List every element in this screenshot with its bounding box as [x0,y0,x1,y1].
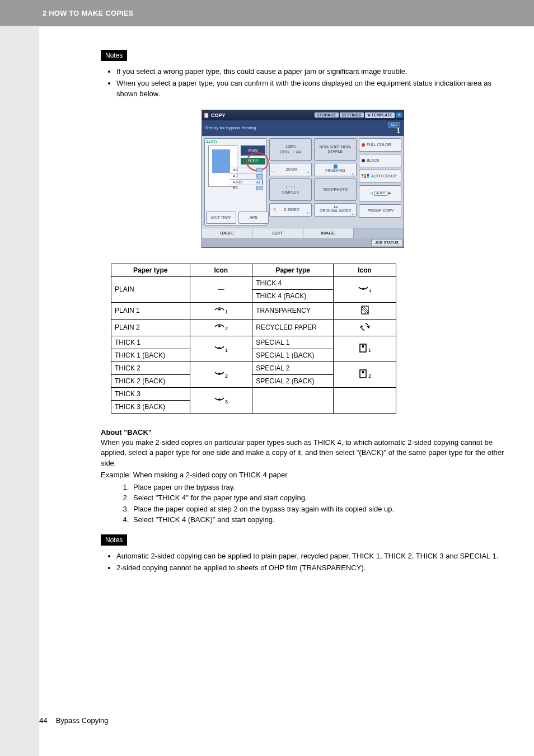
copy-icon: 📋 [203,112,209,118]
icon-thick4: 4 [334,276,396,302]
icon-special2: 2 [334,361,396,387]
step-item: Place paper on the bypass tray. [131,482,505,493]
col-zoom: 100% ORG. → A4 📄ZOOM▸ | → | SIMPLEX 📑2-S… [269,138,312,226]
paper-row[interactable]: A4-RA4 [229,179,263,185]
storage-button[interactable]: STORAGE [315,112,339,118]
th-paper-type: Paper type [111,264,190,276]
nonsort-display: NON-SORT NON-STAPLE [314,138,357,161]
cell-thick2-back: THICK 2 (BACK) [111,374,190,387]
cell-plain1: PLAIN 1 [111,302,190,319]
cell-plain2: PLAIN 2 [111,319,190,336]
cell-transparency: TRANSPARENCY [252,302,334,319]
step-item: Place the paper copied at step 2 on the … [131,504,505,515]
cell-special2-back: SPECIAL 2 (BACK) [252,374,334,387]
copy-text: COPY [211,112,226,118]
svg-text:1: 1 [225,348,228,353]
icon-thick2: 2 [190,361,252,387]
svg-text:3: 3 [225,399,228,404]
notes-list-top: If you select a wrong paper type, this c… [101,67,505,100]
job-status-button[interactable]: JOB STATUS [371,239,402,246]
paper-row[interactable]: A4 [229,167,263,173]
help-button[interactable]: ? [396,112,402,118]
page-number: 44 [39,716,54,725]
cell-thick3: THICK 3 [111,387,190,400]
star-icon: ★ [367,113,371,118]
auto-indicator: AUTO [206,140,217,144]
icon-thick3: 3 [190,387,252,413]
copier-panel: 📋 COPY STORAGE SETTINGS ★TEMPLATE ? Read… [202,110,404,248]
cell-thick2: THICK 2 [111,361,190,374]
icon-recycled [334,319,396,336]
svg-text:4: 4 [369,288,372,293]
drawer-icon [256,168,263,172]
svg-text:1: 1 [368,348,371,353]
status-text: Ready for bypass feeding [205,125,256,130]
tab-image[interactable]: IMAGE [303,228,354,238]
paper-row[interactable]: A3 [229,173,263,179]
full-color-button[interactable]: FULL COLOR [359,138,401,152]
svg-text:2: 2 [368,373,371,379]
panel-tabs: BASIC EDIT IMAGE [202,228,404,238]
tab-basic[interactable]: BASIC [202,228,252,238]
textphoto-display: TEXT/PHOTO [314,179,357,201]
cell-thick4: THICK 4 [252,276,334,289]
aps-button[interactable]: APS [238,212,269,224]
note-item: When you select a paper type, you can co… [116,78,505,100]
tab-edit[interactable]: EDIT [252,228,303,238]
paper-list: A4 A3 A4-RA4 B4 [229,167,263,191]
cell-special1-back: SPECIAL 1 (BACK) [252,349,334,361]
set-count-area: SET 1 [388,122,400,134]
template-button[interactable]: ★TEMPLATE [365,112,395,118]
drawer-icon [256,174,263,179]
svg-line-7 [364,307,368,311]
settings-button[interactable]: SETTINGS [340,112,364,118]
cell-special2: SPECIAL 2 [252,361,334,374]
svg-point-15 [362,370,364,373]
cell-plain: PLAIN [111,276,190,302]
step-item: Select "THICK 4" for the paper type and … [131,492,505,504]
drawer-icon [256,186,263,190]
drawer-icon [262,180,263,185]
notes-label: Notes [101,534,127,546]
icon-blank [334,387,396,413]
original-mode-button[interactable]: 🗂ORIGINAL MODE▸ [314,203,357,217]
cell-recycled: RECYCLED PAPER [252,319,334,336]
panel-status: Ready for bypass feeding SET 1 [202,120,404,136]
col-color: FULL COLOR BLACK AUTO COLOR ◁AUTO▶ PROOF… [359,138,401,226]
zoom-button[interactable]: 📄ZOOM▸ [269,163,312,176]
note-item: 2-sided copying cannot be applied to she… [116,563,505,574]
section-header: 2 HOW TO MAKE COPIES [0,0,534,26]
notes-label: Notes [101,50,127,61]
about-steps: Place paper on the bypass tray. Select "… [121,482,505,525]
svg-text:1: 1 [225,309,228,314]
exit-tray-button[interactable]: EXIT TRAY [206,212,236,224]
paper-source-area: AUTO MGN FEED A4 A3 A4-RA4 B4 EXIT TRAY [204,138,267,226]
cell-thick1: THICK 1 [111,336,190,349]
about-p1: When you make 2-sided copies on particul… [101,438,505,469]
finishing-button[interactable]: 📘FINISHING▸ [314,163,357,176]
proof-copy-button[interactable]: PROOF COPY [359,204,401,218]
two-sided-button[interactable]: 📑2-SIDED▸ [269,203,312,217]
black-button[interactable]: BLACK [359,154,401,167]
step-item: Select "THICK 4 (BACK)" and start copyin… [131,514,505,525]
density-slider[interactable]: ◁AUTO▶ [359,185,401,202]
cell-thick3-back: THICK 3 (BACK) [111,400,190,413]
about-heading: About "BACK" [101,428,505,436]
paper-row[interactable]: B4 [229,185,263,191]
auto-color-button[interactable]: AUTO COLOR [359,170,401,183]
icon-plain2: 2 [190,319,252,336]
section-header-title: 2 HOW TO MAKE COPIES [43,9,134,17]
cell-thick1-back: THICK 1 (BACK) [111,349,190,361]
icon-plain: — [190,276,252,302]
content: Notes If you select a wrong paper type, … [39,26,534,595]
page: 2 HOW TO MAKE COPIES Notes If you select… [0,0,534,756]
svg-line-6 [362,309,366,313]
panel-body: AUTO MGN FEED A4 A3 A4-RA4 B4 EXIT TRAY [202,136,404,228]
footer-title: Bypass Copying [56,716,109,725]
th-icon: Icon [190,264,252,276]
cell-special1: SPECIAL 1 [252,336,334,349]
about-example: Example: When making a 2-sided copy on T… [101,470,505,481]
icon-transparency [334,302,396,319]
svg-text:2: 2 [225,326,228,331]
col-options: NON-SORT NON-STAPLE 📘FINISHING▸ TEXT/PHO… [314,138,357,226]
